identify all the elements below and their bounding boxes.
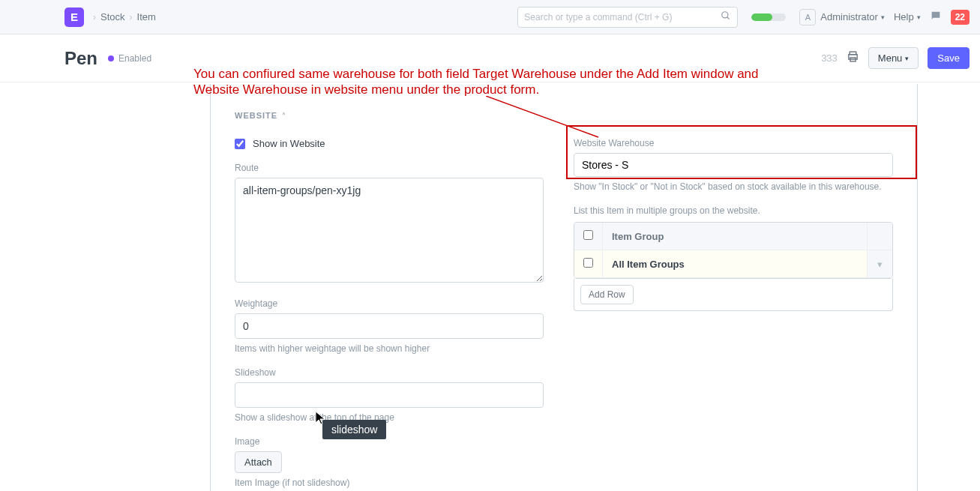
image-label: Image (235, 436, 544, 447)
form-left-column: Show in Website Route all-item-groups/pe… (235, 138, 544, 491)
form-right-column: Website Warehouse Show "In Stock" or "No… (574, 138, 893, 491)
svg-line-1 (727, 17, 730, 19)
slideshow-input[interactable] (235, 382, 544, 408)
help-menu[interactable]: Help ▾ (894, 11, 921, 22)
website-warehouse-input[interactable] (574, 153, 893, 177)
caret-down-icon: ▾ (917, 13, 921, 21)
progress-indicator (751, 13, 786, 21)
save-button[interactable]: Save (928, 47, 970, 69)
status-dot-icon (108, 55, 114, 61)
status-label: Enabled (118, 53, 151, 64)
user-avatar[interactable]: A (799, 9, 816, 25)
section-title: WEBSITE (235, 111, 277, 120)
section-header-website[interactable]: WEBSITE ˄ (211, 84, 917, 120)
slideshow-label: Slideshow (235, 367, 544, 378)
chevron-up-icon: ˄ (282, 112, 286, 120)
notification-badge[interactable]: 22 (951, 10, 970, 25)
select-all-checkbox[interactable] (583, 230, 593, 240)
breadcrumb-stock[interactable]: Stock (100, 11, 125, 22)
table-header-item-group: Item Group (603, 223, 867, 250)
record-count: 333 (821, 52, 838, 64)
route-label: Route (235, 163, 544, 173)
website-warehouse-field: Website Warehouse Show "In Stock" or "No… (574, 138, 893, 192)
row-checkbox-cell (574, 250, 603, 278)
weightage-label: Weightage (235, 298, 544, 309)
add-row-button[interactable]: Add Row (580, 285, 634, 304)
website-warehouse-label: Website Warehouse (574, 138, 893, 148)
slideshow-help: Show a slideshow at the top of the page (235, 412, 544, 423)
chat-icon[interactable] (930, 10, 942, 24)
route-input[interactable]: all-item-groups/pen-xy1jg (235, 178, 544, 283)
svg-point-0 (722, 12, 728, 18)
caret-down-icon: ▾ (881, 13, 885, 21)
website-warehouse-help: Show "In Stock" or "Not in Stock" based … (574, 181, 893, 192)
image-field: Image Attach Item Image (if not slidesho… (235, 436, 544, 488)
item-group-table: Item Group All Item Groups ▾ (574, 222, 893, 279)
item-groups-help: List this Item in multiple groups on the… (574, 205, 893, 216)
row-caret-cell[interactable]: ▾ (867, 250, 892, 278)
chevron-right-icon: › (130, 12, 133, 22)
form-card: WEBSITE ˄ Show in Website Route all-item… (210, 84, 918, 491)
row-checkbox[interactable] (583, 258, 593, 268)
weightage-field: Weightage Items with higher weightage wi… (235, 298, 544, 354)
attach-button[interactable]: Attach (235, 451, 282, 473)
app-logo[interactable]: E (64, 7, 84, 27)
menu-button[interactable]: Menu ▾ (868, 47, 919, 69)
show-in-website-checkbox[interactable] (235, 139, 245, 149)
table-header-gear (867, 223, 892, 250)
table-row[interactable]: All Item Groups ▾ (574, 250, 892, 278)
status-pill: Enabled (108, 53, 151, 64)
weightage-input[interactable] (235, 313, 544, 339)
image-help: Item Image (if not slideshow) (235, 478, 544, 488)
route-field: Route all-item-groups/pen-xy1jg (235, 163, 544, 285)
add-row-wrap: Add Row (574, 279, 893, 311)
user-menu[interactable]: Administrator ▾ (820, 11, 885, 22)
table-header-checkbox (574, 223, 603, 250)
print-icon[interactable] (847, 50, 859, 66)
show-in-website-label: Show in Website (253, 138, 325, 149)
caret-down-icon: ▾ (905, 55, 909, 62)
slideshow-field: Slideshow Show a slideshow at the top of… (235, 367, 544, 423)
search-input[interactable] (524, 12, 721, 22)
help-label: Help (894, 11, 914, 22)
chevron-right-icon: › (93, 12, 96, 22)
weightage-help: Items with higher weightage will be show… (235, 343, 544, 354)
page-title: Pen (64, 48, 97, 69)
menu-button-label: Menu (878, 52, 903, 64)
breadcrumb-item[interactable]: Item (137, 11, 156, 22)
page-header: Pen Enabled 333 Menu ▾ Save (0, 34, 980, 82)
tooltip: slideshow (322, 420, 386, 439)
global-search[interactable] (517, 7, 738, 28)
row-item-group[interactable]: All Item Groups (603, 250, 867, 278)
top-navbar: E › Stock › Item A Administrator ▾ Help … (0, 0, 980, 34)
user-label: Administrator (820, 11, 878, 22)
show-in-website-field: Show in Website (235, 138, 544, 149)
search-icon[interactable] (721, 10, 731, 23)
